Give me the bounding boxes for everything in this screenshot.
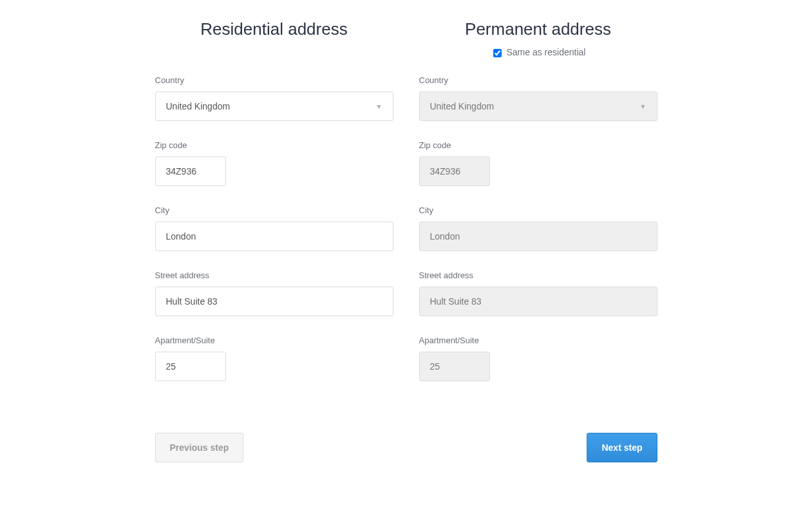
permanent-city-input	[419, 222, 657, 251]
chevron-down-icon: ▼	[376, 103, 382, 110]
residential-zip-label: Zip code	[155, 140, 393, 150]
residential-street-field: Street address	[155, 270, 393, 316]
chevron-down-icon: ▼	[640, 103, 647, 110]
previous-step-button[interactable]: Previous step	[155, 433, 244, 462]
next-step-button[interactable]: Next step	[587, 433, 657, 462]
same-as-residential-label: Same as residential	[506, 47, 585, 57]
residential-spacer	[155, 47, 393, 60]
wizard-buttons: Previous step Next step	[155, 433, 657, 462]
residential-city-field: City	[155, 205, 393, 251]
permanent-street-field: Street address	[419, 270, 657, 316]
permanent-street-label: Street address	[419, 270, 657, 280]
permanent-zip-field: Zip code	[419, 140, 657, 186]
permanent-country-select: United Kingdom ▼	[419, 91, 657, 121]
permanent-apt-input	[419, 352, 490, 381]
permanent-country-value: United Kingdom	[430, 101, 495, 111]
residential-column: Residential address Country United Kingd…	[155, 19, 393, 401]
permanent-title: Permanent address	[419, 19, 657, 39]
residential-apt-field: Apartment/Suite	[155, 336, 393, 381]
permanent-apt-field: Apartment/Suite	[419, 336, 657, 381]
residential-street-label: Street address	[155, 270, 393, 280]
residential-zip-input[interactable]	[155, 156, 226, 186]
permanent-zip-label: Zip code	[419, 140, 657, 150]
residential-country-select[interactable]: United Kingdom ▼	[155, 91, 393, 121]
permanent-street-input	[419, 287, 657, 316]
residential-city-label: City	[155, 205, 393, 215]
residential-title: Residential address	[155, 19, 393, 39]
residential-apt-input[interactable]	[155, 352, 226, 381]
permanent-city-label: City	[419, 205, 657, 215]
same-as-residential-checkbox[interactable]	[493, 49, 502, 57]
permanent-country-label: Country	[419, 75, 657, 85]
residential-apt-label: Apartment/Suite	[155, 336, 393, 345]
residential-city-input[interactable]	[155, 222, 393, 251]
permanent-country-field: Country United Kingdom ▼	[419, 75, 657, 121]
permanent-apt-label: Apartment/Suite	[419, 336, 657, 345]
permanent-zip-input	[419, 156, 490, 186]
residential-country-label: Country	[155, 75, 393, 85]
permanent-city-field: City	[419, 205, 657, 251]
residential-country-field: Country United Kingdom ▼	[155, 75, 393, 121]
residential-country-value: United Kingdom	[166, 101, 231, 111]
residential-zip-field: Zip code	[155, 140, 393, 186]
same-as-residential-row: Same as residential	[419, 47, 657, 60]
residential-street-input[interactable]	[155, 287, 393, 316]
permanent-column: Permanent address Same as residential Co…	[419, 19, 657, 401]
